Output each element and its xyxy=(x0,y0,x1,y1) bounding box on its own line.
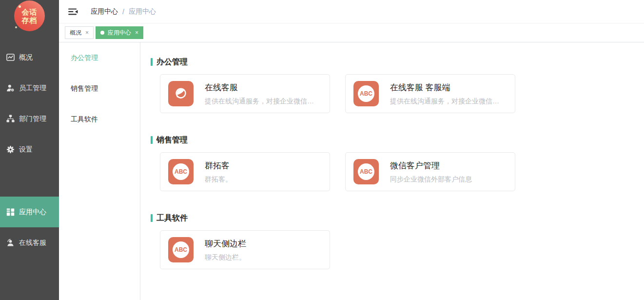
app-name: 群拓客 xyxy=(205,160,232,171)
app-description: 同步企业微信外部客户信息 xyxy=(390,175,472,184)
app-description: 提供在线沟通服务，对接企业微信… xyxy=(205,97,314,106)
abc-badge-icon: ABC xyxy=(353,81,379,106)
tab-close-icon[interactable]: × xyxy=(135,30,138,36)
topbar: 应用中心 / 应用中心 xyxy=(59,0,644,23)
breadcrumb-parent[interactable]: 应用中心 xyxy=(91,7,118,16)
app-description: 群拓客。 xyxy=(205,175,232,184)
app-name: 在线客服 客服端 xyxy=(390,82,499,93)
app-card-wechat-customer-management[interactable]: ABC 微信客户管理 同步企业微信外部客户信息 xyxy=(345,152,515,191)
main-column: 应用中心 / 应用中心 概况 × 应用中心 × 办公管理销售管理工具软件 办公管… xyxy=(59,0,644,300)
submenu-item-tool-software[interactable]: 工具软件 xyxy=(59,104,140,135)
app-name: 微信客户管理 xyxy=(390,160,472,171)
section-title: 办公管理 xyxy=(156,57,188,67)
sidebar-fold-icon[interactable] xyxy=(68,8,78,16)
sidebar-item-online-service[interactable]: 在线客服 xyxy=(0,227,59,258)
section-tool-software: 工具软件 ABC 聊天侧边栏 聊天侧边栏。 xyxy=(151,213,644,269)
sidebar-item-app-center[interactable]: 应用中心 xyxy=(0,197,59,227)
sidebar-item-label: 部门管理 xyxy=(19,115,46,123)
sidebar-item-settings[interactable]: 设置 xyxy=(0,134,59,165)
sidebar-item-label: 应用中心 xyxy=(19,208,46,217)
tab-label: 概况 xyxy=(70,29,81,37)
tabbar: 概况 × 应用中心 × xyxy=(59,23,644,42)
sidebar-item-overview[interactable]: 概况 xyxy=(0,42,59,73)
sidebar-item-label: 概况 xyxy=(19,53,33,62)
employee-icon xyxy=(6,84,15,92)
sidebar-item-label: 设置 xyxy=(19,145,33,154)
section-title: 工具软件 xyxy=(156,213,188,223)
breadcrumb-separator: / xyxy=(122,8,124,16)
apps-grid-icon xyxy=(6,208,15,216)
card-row: 在线客服 提供在线沟通服务，对接企业微信… ABC 在线客服 客服端 提供在线沟… xyxy=(160,74,644,113)
abc-badge-icon: ABC xyxy=(168,159,194,184)
section-title: 销售管理 xyxy=(156,135,188,145)
tab-label: 应用中心 xyxy=(108,29,131,37)
logo-line1: 会话 xyxy=(22,8,38,16)
breadcrumb: 应用中心 / 应用中心 xyxy=(91,7,156,16)
app-card-qun-tuo-ke[interactable]: ABC 群拓客 群拓客。 xyxy=(160,152,330,191)
app-description: 聊天侧边栏。 xyxy=(205,253,246,262)
section-office-management: 办公管理 在线客服 提供在线沟通服务，对接企业微信… ABC 在线客服 客服端 … xyxy=(151,57,644,113)
logo-text: 会话 存档 xyxy=(22,8,38,24)
abc-badge-text: ABC xyxy=(173,241,189,258)
section-accent-bar xyxy=(151,58,153,66)
logo-dot xyxy=(19,5,21,8)
logo-area: 会话 存档 xyxy=(0,0,59,42)
breadcrumb-current: 应用中心 xyxy=(129,7,156,16)
abc-badge-icon: ABC xyxy=(168,237,194,262)
category-submenu: 办公管理销售管理工具软件 xyxy=(59,42,140,300)
tab-overview[interactable]: 概况 × xyxy=(65,26,94,39)
service-agent-icon xyxy=(168,81,194,106)
submenu-item-sales-management[interactable]: 销售管理 xyxy=(59,73,140,104)
logo-dot xyxy=(15,26,17,28)
section-sales-management: 销售管理 ABC 群拓客 群拓客。 ABC 微信客户管理 同步企业微信外部客户信… xyxy=(151,135,644,191)
gear-icon xyxy=(6,145,15,154)
section-accent-bar xyxy=(151,214,153,222)
submenu-item-office-management[interactable]: 办公管理 xyxy=(59,42,140,73)
app-logo: 会话 存档 xyxy=(14,0,45,31)
sidebar-item-department-management[interactable]: 部门管理 xyxy=(0,103,59,134)
app-card-online-service-agent[interactable]: ABC 在线客服 客服端 提供在线沟通服务，对接企业微信… xyxy=(345,74,515,113)
logo-line2: 存档 xyxy=(22,16,38,24)
app-description: 提供在线沟通服务，对接企业微信… xyxy=(390,97,499,106)
sidebar-item-label: 员工管理 xyxy=(19,84,46,93)
tab-close-icon[interactable]: × xyxy=(85,30,89,36)
app-root: 会话 存档 概况 员工管理 部门管理 设置 应用中心 在线客服 应用中心 / 应… xyxy=(0,0,644,300)
card-row: ABC 聊天侧边栏 聊天侧边栏。 xyxy=(160,230,644,269)
primary-sidebar: 会话 存档 概况 员工管理 部门管理 设置 应用中心 在线客服 xyxy=(0,0,59,300)
app-name: 在线客服 xyxy=(205,82,314,93)
abc-badge-icon: ABC xyxy=(353,159,379,184)
active-tab-dot xyxy=(100,31,104,35)
chart-icon xyxy=(6,53,15,61)
app-list-content: 办公管理 在线客服 提供在线沟通服务，对接企业微信… ABC 在线客服 客服端 … xyxy=(140,42,644,300)
department-icon xyxy=(6,115,15,123)
sidebar-item-label: 在线客服 xyxy=(19,239,46,247)
tab-app-center[interactable]: 应用中心 × xyxy=(96,26,143,39)
app-card-chat-sidebar[interactable]: ABC 聊天侧边栏 聊天侧边栏。 xyxy=(160,230,330,269)
sidebar-item-employee-management[interactable]: 员工管理 xyxy=(0,73,59,103)
abc-badge-text: ABC xyxy=(358,163,374,180)
app-name: 聊天侧边栏 xyxy=(205,238,246,249)
abc-badge-text: ABC xyxy=(358,85,374,102)
agent-icon xyxy=(6,239,15,247)
abc-badge-text: ABC xyxy=(173,163,189,180)
app-card-online-service[interactable]: 在线客服 提供在线沟通服务，对接企业微信… xyxy=(160,74,330,113)
section-accent-bar xyxy=(151,136,153,144)
body-row: 办公管理销售管理工具软件 办公管理 在线客服 提供在线沟通服务，对接企业微信… … xyxy=(59,42,644,300)
card-row: ABC 群拓客 群拓客。 ABC 微信客户管理 同步企业微信外部客户信息 xyxy=(160,152,644,191)
primary-menu: 概况 员工管理 部门管理 设置 应用中心 在线客服 xyxy=(0,42,59,258)
